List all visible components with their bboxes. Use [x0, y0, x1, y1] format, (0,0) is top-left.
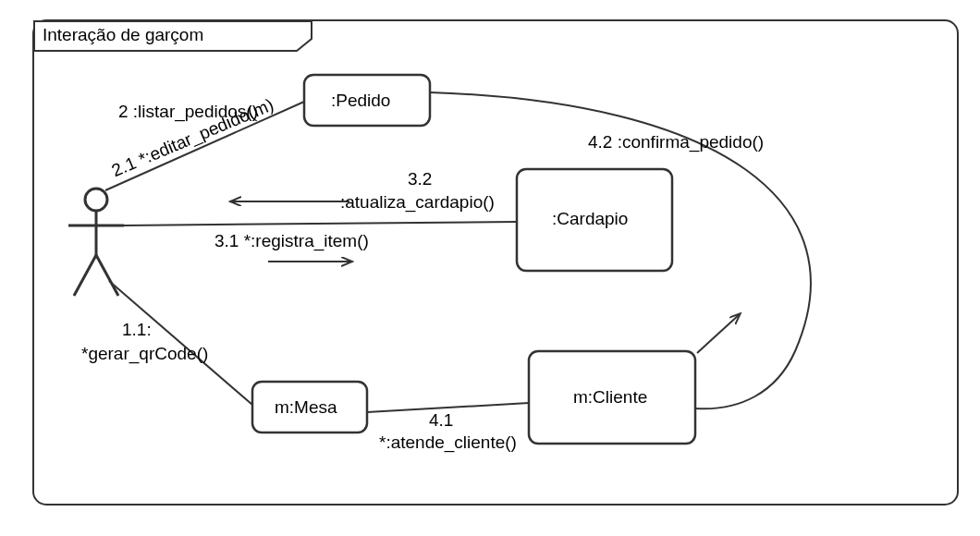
svg-point-5: [85, 189, 107, 211]
svg-line-9: [96, 255, 118, 296]
msg-label-1-1-seq: 1.1:: [122, 320, 152, 340]
diagram-canvas: Interação de garçom :Pedido :Cardapio m:…: [0, 0, 980, 536]
svg-line-8: [74, 255, 96, 296]
msg-label-3-2-seq: 3.2: [408, 169, 432, 189]
node-label-mesa: m:Mesa: [275, 397, 337, 418]
node-label-cardapio: :Cardapio: [552, 209, 628, 229]
msg-label-3-1: 3.1 *:registra_item(): [214, 231, 369, 251]
link-actor-mesa: [109, 281, 252, 405]
msg-label-4-1-name: *:atende_cliente(): [379, 432, 517, 453]
node-label-pedido: :Pedido: [331, 91, 390, 111]
diagram-svg: [0, 0, 980, 536]
msg-label-3-2-name: :atualiza_cardapio(): [340, 192, 495, 213]
actor-figure: [68, 189, 124, 296]
node-label-cliente: m:Cliente: [573, 387, 647, 408]
msg-label-4-1-seq: 4.1: [429, 410, 453, 431]
frame-title: Interação de garçom: [43, 25, 203, 45]
msg-label-1-1-name: *gerar_qrCode(): [81, 344, 208, 364]
link-actor-cardapio: [124, 222, 517, 225]
msg-arrow-4-2: [697, 314, 740, 353]
msg-label-4-2: 4.2 :confirma_pedido(): [588, 132, 764, 152]
